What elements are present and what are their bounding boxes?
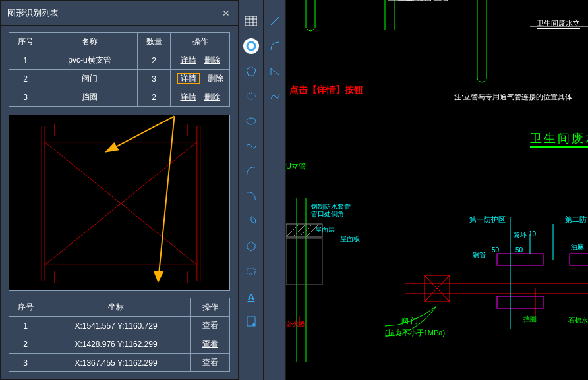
svg-rect-53	[570, 254, 588, 265]
svg-marker-22	[247, 67, 256, 76]
label-floor: 屋面层	[315, 225, 335, 234]
svg-point-23	[247, 93, 256, 99]
panel-title: 图形识别列表	[7, 7, 222, 19]
pie-icon[interactable]	[243, 213, 259, 229]
cad-canvas[interactable]: 点击【详情】按钮 卫生间的水立管 卫生间废水立 注:立管与专用通气管连接的位置具…	[286, 0, 588, 380]
label-n50a: 50	[492, 246, 499, 254]
arc-br-icon[interactable]	[243, 188, 259, 204]
instruction-annotation: 点击【详情】按钮	[289, 84, 363, 96]
svg-point-24	[247, 118, 256, 124]
label-zone2: 第二防	[565, 215, 587, 225]
delete-link[interactable]: 删除	[204, 92, 220, 101]
panel-titlebar: 图形识别列表 ✕	[1, 1, 238, 26]
svg-rect-26	[247, 269, 255, 274]
table-row: 1 X:1541.557 Y:1160.729 查看	[9, 317, 230, 335]
svg-line-29	[271, 17, 279, 25]
label-upipe: U立管	[286, 161, 306, 171]
view-link[interactable]: 查看	[202, 358, 218, 367]
detail-link[interactable]: 详情	[181, 55, 196, 65]
label-pipe: 铜管	[473, 250, 486, 259]
label-ring: 翼环	[514, 231, 527, 240]
svg-line-42	[294, 225, 305, 236]
detail-link[interactable]: 详情	[181, 92, 196, 101]
th-no: 序号	[9, 33, 42, 51]
view-link[interactable]: 查看	[202, 339, 218, 348]
svg-marker-25	[247, 242, 255, 251]
ellipse-dash-icon[interactable]	[243, 88, 259, 104]
wave-icon[interactable]	[243, 138, 259, 154]
delete-link[interactable]: 删除	[204, 55, 220, 65]
label-grease: 油麻	[571, 242, 584, 252]
table-row: 1 pvc-u横支管 2 详情删除	[9, 51, 230, 70]
coord-table-wrap: 序号 坐标 操作 1 X:1541.557 Y:1160.729 查看 2 X:…	[1, 291, 238, 379]
label-zone1: 第一防护区	[469, 215, 506, 225]
svg-rect-52	[497, 296, 543, 308]
page-icon[interactable]	[243, 313, 259, 329]
table-row: 3 挡圈 2 详情删除	[9, 88, 230, 107]
label-n50b: 50	[515, 246, 523, 254]
th-op2: 操作	[191, 298, 230, 317]
th-op: 操作	[171, 33, 230, 51]
recognition-table: 序号 名称 数量 操作 1 pvc-u横支管 2 详情删除 2 阀门 3 详情删…	[9, 32, 230, 107]
table-row: 2 阀门 3 详情删除	[9, 70, 230, 88]
svg-marker-13	[106, 144, 118, 152]
close-icon[interactable]: ✕	[222, 9, 231, 18]
line-icon[interactable]	[267, 13, 283, 29]
label-top1: 卫生间的水立管	[398, 0, 449, 3]
th-coord: 坐标	[42, 298, 191, 317]
tool-strip-left: A	[239, 0, 264, 380]
polygon-icon[interactable]	[243, 238, 259, 254]
label-floor2: 屋面板	[340, 234, 360, 244]
table-row: 2 X:1428.976 Y:1162.299 查看	[9, 335, 230, 354]
table-row: 3 X:1367.455 Y:1162.299 查看	[9, 354, 230, 372]
svg-point-21	[247, 42, 255, 50]
svg-line-14	[158, 116, 175, 281]
spline-icon[interactable]	[267, 88, 283, 104]
rect-dash-icon[interactable]	[243, 263, 259, 279]
circle-bold-icon[interactable]	[243, 38, 259, 54]
svg-rect-51	[497, 254, 543, 265]
th-name: 名称	[42, 33, 138, 51]
table-icon[interactable]	[243, 13, 259, 29]
ellipse-icon[interactable]	[243, 113, 259, 129]
label-n10: 10	[529, 231, 536, 238]
th-qty: 数量	[138, 33, 171, 51]
label-fire: 卧火圈	[286, 319, 306, 329]
svg-rect-16	[245, 16, 257, 26]
big-title: 卫生间废水	[530, 130, 588, 148]
preview-canvas	[9, 115, 230, 291]
label-valve: 阀 门	[401, 316, 418, 326]
letter-a-icon[interactable]: A	[243, 288, 259, 304]
label-note: 注:立管与专用通气管连接的位置具体	[454, 92, 572, 102]
delete-link[interactable]: 删除	[208, 74, 223, 83]
angle-icon[interactable]	[267, 63, 283, 79]
label-top2: 卫生间废水立	[537, 18, 580, 29]
left-panel: 图形识别列表 ✕ 序号 名称 数量 操作 1 pvc-u横支管 2 详情删除 2	[0, 0, 239, 380]
th-no2: 序号	[9, 298, 42, 317]
svg-point-28	[252, 323, 255, 326]
label-waterproof: 钢制防水套管 管口处倒角	[311, 203, 351, 217]
detail-link-highlighted[interactable]: 详情	[177, 73, 200, 84]
svg-rect-45	[286, 238, 322, 285]
recognition-table-wrap: 序号 名称 数量 操作 1 pvc-u横支管 2 详情删除 2 阀门 3 详情删…	[1, 26, 238, 111]
label-stop: 挡圈	[523, 315, 537, 324]
pentagon-icon[interactable]	[243, 63, 259, 79]
tool-strip-right	[264, 0, 286, 380]
coord-table: 序号 坐标 操作 1 X:1541.557 Y:1160.729 查看 2 X:…	[9, 298, 230, 372]
svg-marker-15	[154, 271, 163, 281]
label-pressure: (抗力不小于1MPa)	[385, 328, 445, 338]
arc-icon[interactable]	[267, 38, 283, 54]
label-stone: 石棉水	[568, 316, 588, 325]
view-link[interactable]: 查看	[202, 321, 218, 330]
arc-tl-icon[interactable]	[243, 163, 259, 179]
